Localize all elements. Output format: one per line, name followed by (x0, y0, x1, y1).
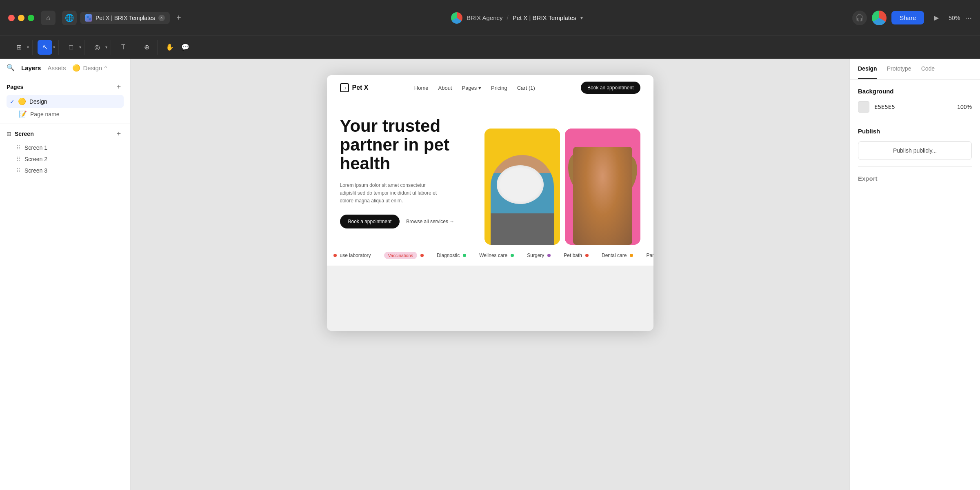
title-right: 🎧 Share ▶ 50% ··· (748, 11, 972, 25)
screen-grid-icon: ⊞ (7, 131, 11, 137)
background-color-row: E5E5E5 100% (858, 101, 972, 113)
service-dot-petbath (585, 254, 589, 257)
select-tool[interactable]: ↖ (38, 40, 52, 55)
tool-group-select: ↖ ▾ (34, 40, 59, 55)
publish-section-title: Publish (858, 128, 972, 135)
nav-home[interactable]: Home (414, 85, 429, 91)
pages-section: Pages + ✓ 🟡 Design 📝 Page name (0, 77, 130, 124)
active-tab[interactable]: 🐾 Pet X | BRIX Templates × (80, 12, 170, 24)
add-tab-button[interactable]: + (173, 12, 184, 24)
close-window-btn[interactable] (8, 15, 15, 21)
nav-pages[interactable]: Pages ▾ (462, 85, 481, 91)
title-center: BRIX Agency / Pet X | BRIX Templates ▾ (293, 12, 741, 24)
screen-item-3[interactable]: ⠿ Screen 3 (7, 165, 124, 176)
hero-buttons: Book a appointment Browse all services → (340, 215, 475, 228)
zoom-control[interactable]: 50% (949, 15, 960, 21)
service-item-surgery: Surgery (520, 253, 557, 258)
screen-label-3: Screen 3 (24, 167, 47, 174)
tool-group-components: ⊕ (136, 40, 158, 55)
svg-point-5 (501, 183, 513, 198)
page-item-pagename[interactable]: 📝 Page name (7, 108, 124, 120)
svg-point-13 (586, 191, 619, 217)
export-section-title: Export (858, 175, 972, 182)
grid-tool[interactable]: ⊞ (11, 40, 26, 55)
tab-design-panel[interactable]: Design (858, 59, 877, 79)
screen-item-2[interactable]: ⠿ Screen 2 (7, 153, 124, 165)
breadcrumb-separator: / (507, 14, 509, 21)
user-avatar[interactable] (872, 11, 887, 25)
page-check-icon: ✓ (10, 98, 15, 105)
globe-icon[interactable]: 🌐 (62, 11, 77, 25)
tab-design[interactable]: 🟡 Design ^ (72, 64, 107, 72)
publish-button[interactable]: Publish publicly... (858, 141, 972, 160)
service-label-wellness: Wellnes care (479, 253, 507, 258)
tab-assets[interactable]: Assets (47, 64, 66, 71)
service-dot-surgery (547, 254, 551, 257)
book-appointment-hero-button[interactable]: Book a appointment (340, 215, 400, 228)
canvas-area[interactable]: □ Pet X Home About Pages ▾ Pricing Cart … (131, 59, 849, 490)
screen-section-header: ⊞ Screen + (7, 129, 124, 139)
hero-section: Your trusted partner in pet health Lorem… (327, 100, 653, 245)
tool-group-text: T (113, 40, 134, 55)
hero-image-person-with-dog (484, 129, 560, 245)
tab-prototype-panel[interactable]: Prototype (887, 59, 911, 79)
tab-close-btn[interactable]: × (158, 15, 165, 21)
book-appointment-nav-button[interactable]: Book an appointment (581, 82, 640, 94)
page-item-design[interactable]: ✓ 🟡 Design (7, 95, 124, 108)
hero-title: Your trusted partner in pet health (340, 117, 475, 173)
add-page-button[interactable]: + (114, 82, 124, 92)
nav-about[interactable]: About (438, 85, 452, 91)
main-layout: 🔍 Layers Assets 🟡 Design ^ Pages + ✓ 🟡 D… (0, 59, 980, 490)
screen-section: ⊞ Screen + ⠿ Screen 1 ⠿ Screen 2 ⠿ Scree… (0, 124, 130, 180)
screen-drag-handle-3: ⠿ (16, 168, 20, 173)
right-sidebar-tab-bar: Design Prototype Code (850, 59, 980, 80)
background-color-value[interactable]: E5E5E5 (874, 104, 895, 110)
svg-point-19 (593, 183, 596, 186)
tool-group-hand: ✋ 💬 (159, 40, 196, 55)
right-panel-content: Background E5E5E5 100% Publish Publish p… (850, 80, 980, 190)
svg-point-2 (507, 161, 537, 194)
tab-code-panel[interactable]: Code (921, 59, 935, 79)
minimize-window-btn[interactable] (18, 15, 24, 21)
sidebar-search-icon[interactable]: 🔍 (7, 64, 15, 72)
website-nav-links: Home About Pages ▾ Pricing Cart (1) (414, 85, 535, 91)
headphone-button[interactable]: 🎧 (852, 11, 867, 25)
nav-cart[interactable]: Cart (1) (517, 85, 535, 91)
page-label-pagename: Page name (30, 111, 60, 118)
frame-tool[interactable]: □ (64, 40, 78, 55)
nav-pricing[interactable]: Pricing (491, 85, 507, 91)
logo-icon: □ (340, 83, 349, 92)
project-menu-chevron[interactable]: ▾ (580, 15, 583, 21)
background-color-swatch[interactable] (858, 101, 869, 113)
hero-svg-person (484, 129, 560, 245)
service-item-dentalcare: Dental care (595, 253, 640, 258)
svg-rect-9 (565, 129, 640, 245)
svg-point-15 (587, 180, 598, 191)
home-button[interactable]: ⌂ (41, 11, 56, 25)
preview-button[interactable]: ▶ (929, 11, 944, 25)
screen-drag-handle-1: ⠿ (16, 145, 20, 151)
divider-1 (858, 121, 972, 121)
svg-rect-22 (587, 214, 618, 220)
share-button[interactable]: Share (891, 11, 924, 24)
maximize-window-btn[interactable] (28, 15, 34, 21)
svg-point-21 (593, 203, 611, 217)
service-item-lab: use laboratory (327, 253, 378, 258)
add-screen-button[interactable]: + (114, 129, 124, 139)
hand-tool[interactable]: ✋ (162, 40, 177, 55)
components-tool[interactable]: ⊕ (139, 40, 154, 55)
shape-tool[interactable]: ◎ (90, 40, 104, 55)
screen-item-1[interactable]: ⠿ Screen 1 (7, 142, 124, 153)
comment-tool[interactable]: 💬 (178, 40, 193, 55)
toolbar: ⊞ ▾ ↖ ▾ □ ▾ ◎ ▾ T ⊕ ✋ 💬 (0, 36, 980, 59)
tab-favicon: 🐾 (85, 14, 92, 22)
brand-icon (451, 12, 462, 24)
text-tool[interactable]: T (116, 40, 131, 55)
background-opacity-value[interactable]: 100% (957, 104, 972, 110)
tab-layers[interactable]: Layers (21, 64, 41, 71)
browse-services-link[interactable]: Browse all services → (406, 219, 454, 224)
more-options-button[interactable]: ··· (965, 13, 972, 22)
design-emoji-icon: 🟡 (72, 64, 80, 72)
screen-title: Screen (15, 131, 111, 137)
background-section-title: Background (858, 88, 972, 95)
